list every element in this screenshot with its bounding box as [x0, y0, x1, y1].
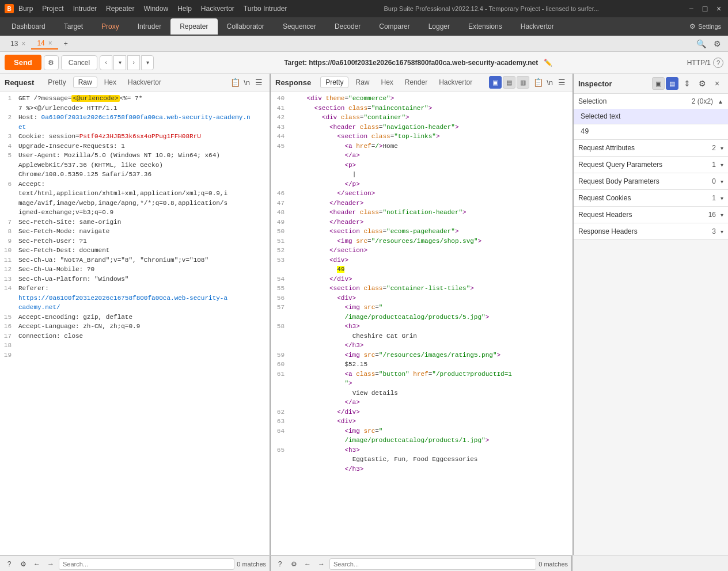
- resp-line-44: 44 <section class="top-links">: [271, 132, 572, 142]
- req-tab-14-close[interactable]: ×: [48, 39, 52, 47]
- resp-search-forward-icon[interactable]: →: [316, 558, 327, 570]
- inspector-icons: ▣ ▤ ⇕ ⚙ ×: [652, 77, 723, 90]
- resp-line-60: 60 $52.15: [271, 360, 572, 370]
- req-attributes-row[interactable]: Request Attributes 2 ▾: [574, 140, 728, 157]
- resp-render-tab[interactable]: Render: [400, 77, 432, 87]
- tab-collaborator[interactable]: Collaborator: [218, 18, 274, 35]
- req-search-settings-icon[interactable]: ⚙: [17, 558, 29, 570]
- resp-hackvertor-tab[interactable]: Hackvertor: [434, 77, 477, 87]
- resp-view-split-icon[interactable]: ▣: [489, 76, 502, 89]
- back-button[interactable]: ‹: [100, 55, 112, 70]
- resp-headers-count: 3: [712, 227, 716, 235]
- resp-search-back-icon[interactable]: ←: [302, 558, 313, 570]
- menu-help[interactable]: Help: [177, 5, 192, 13]
- forward-dropdown[interactable]: ▾: [141, 55, 154, 70]
- resp-search-help-icon[interactable]: ?: [274, 558, 286, 570]
- request-code-area[interactable]: 1 GET /?message=<@urlencode><%= 7* 7 %><…: [0, 92, 270, 555]
- settings-results-icon[interactable]: ⚙: [711, 37, 723, 50]
- req-tab-13-close[interactable]: ×: [21, 40, 25, 48]
- resp-menu-icon[interactable]: ☰: [555, 76, 568, 89]
- tab-intruder[interactable]: Intruder: [128, 18, 170, 35]
- resp-newline-icon[interactable]: \n: [547, 78, 553, 87]
- tab-comparer[interactable]: Comparer: [370, 18, 419, 35]
- resp-pretty-tab[interactable]: Pretty: [320, 77, 348, 88]
- resp-search-settings-icon[interactable]: ⚙: [288, 558, 299, 570]
- window-title: Burp Suite Professional v2022.12.4 - Tem…: [296, 5, 687, 12]
- inspector-filter-icon[interactable]: ⚙: [696, 77, 708, 90]
- menu-intruder[interactable]: Intruder: [73, 5, 97, 13]
- req-line-14b: https://0a6100f2031e2026c16758f800fa00ca…: [0, 294, 270, 303]
- menu-hackvertor[interactable]: Hackvertor: [201, 5, 234, 13]
- resp-line-45e: </p>: [271, 180, 572, 189]
- req-query-params-row[interactable]: Request Query Parameters 1 ▾: [574, 157, 728, 173]
- request-search-input[interactable]: [59, 558, 234, 570]
- tab-hackvertor[interactable]: Hackvertor: [511, 18, 563, 35]
- tab-decoder[interactable]: Decoder: [325, 18, 370, 35]
- resp-view-horiz-icon[interactable]: ▤: [503, 76, 515, 89]
- req-body-params-label: Request Body Parameters: [578, 177, 712, 185]
- back-dropdown[interactable]: ▾: [113, 55, 126, 70]
- tab-logger[interactable]: Logger: [419, 18, 459, 35]
- send-button[interactable]: Send: [5, 55, 41, 70]
- resp-hex-tab[interactable]: Hex: [377, 77, 398, 87]
- inspector-close-icon[interactable]: ×: [711, 77, 723, 90]
- resp-raw-tab[interactable]: Raw: [351, 77, 374, 87]
- req-cookies-row[interactable]: Request Cookies 1 ▾: [574, 190, 728, 207]
- tab-dashboard[interactable]: Dashboard: [2, 18, 55, 35]
- menu-window[interactable]: Window: [143, 5, 168, 13]
- menu-turbo-intruder[interactable]: Turbo Intruder: [244, 5, 287, 13]
- http-help-icon[interactable]: ?: [713, 58, 723, 68]
- settings-button[interactable]: ⚙ Settings: [685, 20, 726, 33]
- search-results-icon[interactable]: 🔍: [695, 37, 707, 50]
- req-line-10: 10 Sec-Fetch-Dest: document: [0, 246, 270, 256]
- req-body-params-row[interactable]: Request Body Parameters 0 ▾: [574, 173, 728, 190]
- selection-header[interactable]: Selection 2 (0x2) ▲: [574, 94, 728, 109]
- req-search-back-icon[interactable]: ←: [31, 558, 43, 570]
- tab-target[interactable]: Target: [55, 18, 92, 35]
- req-newline-icon[interactable]: \n: [244, 78, 250, 87]
- req-hackvertor-tab[interactable]: Hackvertor: [123, 77, 166, 87]
- response-code-area[interactable]: 40 <div theme="ecommerce"> 41 <section c…: [271, 92, 572, 555]
- tab-proxy[interactable]: Proxy: [92, 18, 128, 35]
- req-search-help-icon[interactable]: ?: [3, 558, 15, 570]
- req-line-16: 16 Accept-Language: zh-CN, zh;q=0.9: [0, 322, 270, 332]
- resp-line-51: 51 <img src="/resources/images/shop.svg"…: [271, 237, 572, 246]
- resp-view-vert-icon[interactable]: ▥: [517, 76, 529, 89]
- close-button[interactable]: ×: [714, 4, 723, 13]
- resp-line-58: 58 <h3>: [271, 322, 572, 332]
- req-tab-13[interactable]: 13 ×: [5, 39, 31, 49]
- inspector-view-2[interactable]: ▤: [666, 77, 678, 90]
- send-options-button[interactable]: ⚙: [44, 55, 59, 70]
- req-menu-icon[interactable]: ☰: [252, 76, 265, 89]
- resp-line-58b: Cheshire Cat Grin: [271, 332, 572, 341]
- gear-icon: ⚙: [48, 59, 54, 67]
- req-raw-tab[interactable]: Raw: [73, 77, 97, 88]
- cancel-button[interactable]: Cancel: [61, 55, 97, 70]
- maximize-button[interactable]: □: [700, 4, 710, 13]
- target-display: Target: https://0a6100f2031e2026c16758f8…: [156, 59, 680, 67]
- menu-repeater[interactable]: Repeater: [106, 5, 134, 13]
- req-pretty-tab[interactable]: Pretty: [43, 77, 70, 87]
- menu-project[interactable]: Project: [42, 5, 63, 13]
- tab-extensions[interactable]: Extensions: [459, 18, 511, 35]
- minimize-button[interactable]: −: [687, 4, 696, 13]
- tab-repeater[interactable]: Repeater: [170, 18, 217, 35]
- req-line-7: 7 Sec-Fetch-Site: same-origin: [0, 218, 270, 227]
- req-headers-row[interactable]: Request Headers 16 ▾: [574, 207, 728, 223]
- tab-sequencer[interactable]: Sequencer: [274, 18, 325, 35]
- edit-target-icon[interactable]: ✏️: [544, 59, 552, 67]
- req-attributes-label: Request Attributes: [578, 144, 712, 152]
- req-tab-14[interactable]: 14 ×: [31, 38, 58, 50]
- inspector-sort-icon[interactable]: ⇕: [681, 77, 693, 90]
- req-copy-icon[interactable]: 📋: [229, 76, 241, 89]
- resp-headers-row[interactable]: Response Headers 3 ▾: [574, 223, 728, 240]
- response-search-input[interactable]: [329, 558, 536, 570]
- menu-burp[interactable]: Burp: [18, 5, 33, 13]
- req-tab-add[interactable]: +: [58, 39, 74, 49]
- inspector-view-1[interactable]: ▣: [652, 77, 665, 90]
- req-search-forward-icon[interactable]: →: [45, 558, 56, 570]
- req-hex-tab[interactable]: Hex: [100, 77, 121, 87]
- selection-chevron-icon: ▲: [718, 98, 723, 105]
- forward-button[interactable]: ›: [127, 55, 140, 70]
- resp-copy-icon[interactable]: 📋: [532, 76, 544, 89]
